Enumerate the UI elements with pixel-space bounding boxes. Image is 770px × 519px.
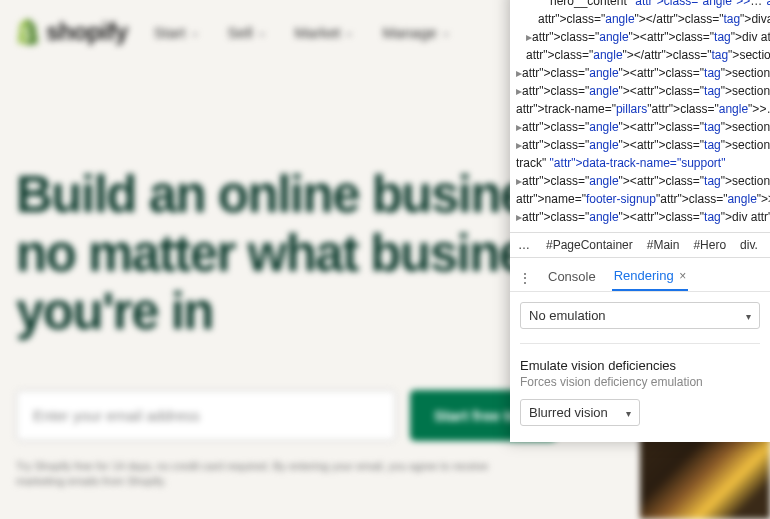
shopify-logo[interactable]: shopify	[16, 18, 128, 46]
dom-tree-line[interactable]: track" "attr">data-track-name="support"	[516, 154, 764, 172]
caret-down-icon: ▾	[626, 407, 631, 418]
breadcrumb-item[interactable]: div.	[740, 238, 758, 252]
vision-deficiency-section: Emulate vision deficiencies Forces visio…	[520, 358, 760, 426]
breadcrumb-item[interactable]: #Main	[647, 238, 680, 252]
section-subtitle: Forces vision deficiency emulation	[520, 375, 760, 389]
dom-tree-line[interactable]: attr">class="angle"></attr">class="tag">…	[526, 46, 764, 64]
breadcrumb-item[interactable]: #Hero	[693, 238, 726, 252]
dom-tree-line[interactable]: attr">name="footer-signup"attr">class="a…	[516, 190, 764, 208]
dom-tree-line[interactable]: ▸attr">class="angle"><attr">class="tag">…	[526, 28, 764, 46]
dom-tree-line[interactable]: attr">track-name="pillars"attr">class="a…	[516, 100, 764, 118]
chevron-down-icon: ⌄	[257, 25, 267, 39]
fineprint: Try Shopify free for 14 days, no credit …	[16, 459, 516, 490]
brand-name: shopify	[46, 18, 128, 46]
main-nav: Start⌄ Sell⌄ Market⌄ Manage⌄	[154, 24, 451, 41]
tab-label: Rendering	[614, 268, 674, 283]
css-media-emulation-select[interactable]: No emulation ▾	[520, 302, 760, 329]
vision-deficiency-select[interactable]: Blurred vision ▾	[520, 399, 640, 426]
breadcrumb-item[interactable]: #PageContainer	[546, 238, 633, 252]
nav-item-market[interactable]: Market⌄	[295, 24, 355, 41]
dom-tree-line[interactable]: ▸attr">class="angle"><attr">class="tag">…	[516, 118, 764, 136]
dom-tree-line[interactable]: hero__content""attr">class="angle">>…"at…	[550, 0, 764, 10]
dom-tree-line[interactable]: ▸attr">class="angle"><attr">class="tag">…	[516, 64, 764, 82]
nav-item-sell[interactable]: Sell⌄	[228, 24, 267, 41]
tab-console[interactable]: Console	[546, 265, 598, 290]
shopify-bag-icon	[16, 19, 40, 45]
tab-rendering[interactable]: Rendering ×	[612, 264, 689, 291]
dom-tree-line[interactable]: ▸attr">class="angle"><attr">class="tag">…	[516, 208, 764, 226]
email-field[interactable]: Enter your email address	[16, 390, 396, 441]
divider	[520, 343, 760, 344]
dom-tree-line[interactable]: ▸attr">class="angle"><attr">class="tag">…	[516, 82, 764, 100]
kebab-menu-icon[interactable]: ⋮	[518, 271, 532, 285]
caret-down-icon: ▾	[746, 310, 751, 321]
nav-label: Market	[295, 24, 341, 41]
nav-item-manage[interactable]: Manage⌄	[382, 24, 450, 41]
nav-label: Start	[154, 24, 186, 41]
nav-item-start[interactable]: Start⌄	[154, 24, 200, 41]
breadcrumb-more[interactable]: …	[518, 238, 532, 252]
devtools-panel: hero__content""attr">class="angle">>…"at…	[510, 0, 770, 442]
select-value: No emulation	[529, 308, 606, 323]
rendering-panel: No emulation ▾ Emulate vision deficienci…	[510, 292, 770, 442]
chevron-down-icon: ⌄	[344, 25, 354, 39]
chevron-down-icon: ⌄	[441, 25, 451, 39]
chevron-down-icon: ⌄	[190, 25, 200, 39]
nav-label: Manage	[382, 24, 436, 41]
breadcrumb[interactable]: … #PageContainer #Main #Hero div.	[510, 232, 770, 258]
close-icon[interactable]: ×	[679, 269, 686, 283]
elements-dom-tree[interactable]: hero__content""attr">class="angle">>…"at…	[510, 0, 770, 232]
dom-tree-line[interactable]: ▸attr">class="angle"><attr">class="tag">…	[516, 172, 764, 190]
dom-tree-line[interactable]: ▸attr">class="angle"><attr">class="tag">…	[516, 136, 764, 154]
section-title: Emulate vision deficiencies	[520, 358, 760, 373]
drawer-tabs: ⋮ Console Rendering ×	[510, 258, 770, 292]
select-value: Blurred vision	[529, 405, 608, 420]
dom-tree-line[interactable]: attr">class="angle"></attr">class="tag">…	[538, 10, 764, 28]
nav-label: Sell	[228, 24, 253, 41]
